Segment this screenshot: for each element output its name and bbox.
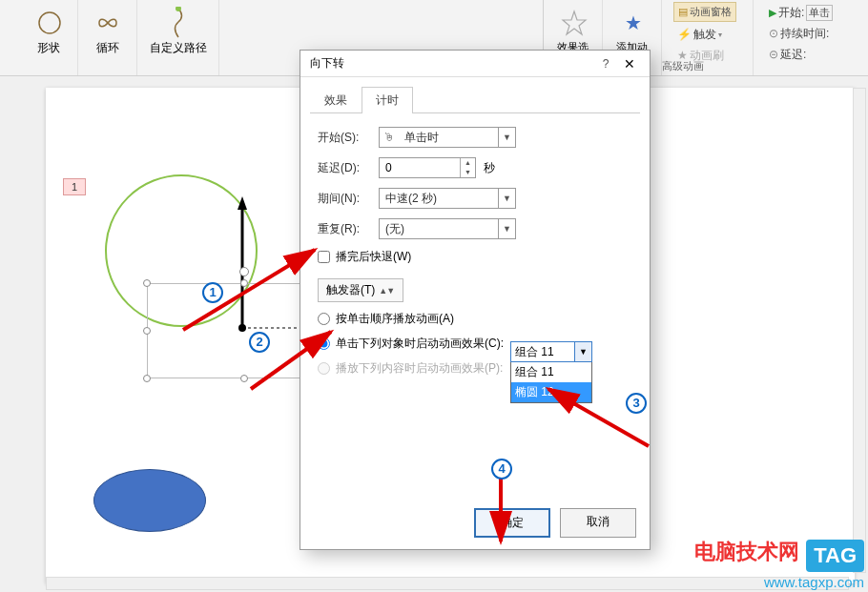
start-row: 开始(S): 🖰 单击时 ▼ bbox=[318, 127, 632, 148]
vertical-scrollbar[interactable] bbox=[853, 88, 866, 573]
spin-up[interactable]: ▲ bbox=[461, 158, 475, 168]
dialog-footer: 确定 取消 bbox=[474, 508, 636, 538]
start-select[interactable]: 🖰 单击时 ▼ bbox=[379, 127, 516, 148]
ribbon-group-loop[interactable]: 循环 bbox=[78, 0, 137, 75]
shape-label: 形状 bbox=[31, 40, 66, 56]
rewind-label: 播完后快退(W) bbox=[336, 249, 411, 265]
watermark-url: www.tagxp.com bbox=[694, 574, 864, 590]
svg-point-0 bbox=[39, 12, 60, 33]
clock-icon: ⊙ bbox=[769, 27, 778, 40]
combo-dropdown-list[interactable]: 组合 11 椭圆 12 bbox=[510, 362, 592, 403]
chevron-down-icon[interactable]: ▼ bbox=[498, 128, 515, 147]
resize-handle[interactable] bbox=[143, 279, 151, 287]
repeat-select[interactable]: (无) ▼ bbox=[379, 218, 516, 239]
chevron-down-icon[interactable]: ▼ bbox=[574, 342, 591, 361]
tab-effect[interactable]: 效果 bbox=[310, 87, 362, 113]
period-select[interactable]: 中速(2 秒) ▼ bbox=[379, 188, 516, 209]
dialog-tabs: 效果 计时 bbox=[310, 87, 640, 113]
watermark-tag: TAG bbox=[806, 540, 864, 572]
watermark: 电脑技术网 TAG www.tagxp.com bbox=[694, 538, 864, 590]
chevron-down-icon[interactable]: ▼ bbox=[498, 189, 515, 208]
dialog-titlebar[interactable]: 向下转 ? ✕ bbox=[300, 51, 650, 77]
resize-handle[interactable] bbox=[240, 375, 248, 382]
effect-options-icon bbox=[555, 6, 593, 40]
radio-play-content-input bbox=[318, 362, 330, 375]
combo-option[interactable]: 椭圆 12 bbox=[511, 382, 591, 402]
ok-button[interactable]: 确定 bbox=[474, 508, 550, 538]
ribbon-group-advanced: ▤ 动画窗格 ⚡ 触发 ▾ ★ 动画刷 高级动画 bbox=[662, 0, 754, 75]
adv-anim-group-label: 高级动画 bbox=[662, 59, 753, 73]
rewind-checkbox[interactable] bbox=[318, 251, 330, 263]
svg-marker-2 bbox=[563, 11, 586, 34]
repeat-label: 重复(R): bbox=[318, 221, 379, 237]
delay-row: 延迟(D): ▲ ▼ 秒 bbox=[318, 157, 632, 178]
trigger-button[interactable]: ⚡ 触发 ▾ bbox=[673, 24, 741, 45]
watermark-title: 电脑技术网 bbox=[694, 538, 799, 566]
radio-sequence[interactable]: 按单击顺序播放动画(A) bbox=[318, 311, 632, 327]
ribbon-group-custom-path[interactable]: 自定义路径 bbox=[137, 0, 219, 75]
chevron-down-icon[interactable]: ▼ bbox=[498, 219, 515, 238]
resize-handle[interactable] bbox=[240, 279, 248, 287]
tab-timing[interactable]: 计时 bbox=[362, 87, 413, 113]
annotation-2: 2 bbox=[249, 332, 270, 353]
close-button[interactable]: ✕ bbox=[615, 56, 644, 71]
spin-down[interactable]: ▼ bbox=[461, 168, 475, 177]
delay-spinner[interactable]: ▲ ▼ bbox=[379, 157, 476, 178]
delay-label: 延迟(D): bbox=[318, 160, 379, 176]
timing-dialog: 向下转 ? ✕ 效果 计时 开始(S): 🖰 单击时 ▼ 延迟(D): ▲ ▼ bbox=[300, 50, 651, 550]
anim-pane-button[interactable]: ▤ 动画窗格 bbox=[673, 2, 736, 22]
play-icon: ▶ bbox=[769, 7, 776, 19]
combo-option[interactable]: 组合 11 bbox=[511, 362, 591, 382]
delay-icon: ⊝ bbox=[769, 48, 778, 61]
animation-order-tag[interactable]: 1 bbox=[63, 178, 86, 195]
ribbon-group-shape[interactable]: 形状 bbox=[19, 0, 78, 75]
timing-duration-row[interactable]: ⊙ 持续时间: bbox=[765, 23, 828, 44]
timing-start-row[interactable]: ▶ 开始: 单击 bbox=[765, 2, 828, 23]
resize-handle[interactable] bbox=[143, 375, 151, 382]
cancel-button[interactable]: 取消 bbox=[560, 508, 636, 538]
dialog-body: 开始(S): 🖰 单击时 ▼ 延迟(D): ▲ ▼ 秒 期间(N): 中速(2 … bbox=[300, 113, 650, 398]
add-anim-icon: ★ bbox=[614, 6, 652, 40]
loop-icon bbox=[90, 6, 128, 40]
period-label: 期间(N): bbox=[318, 191, 379, 207]
resize-handle[interactable] bbox=[143, 327, 151, 335]
radio-sequence-input[interactable] bbox=[318, 313, 330, 325]
loop-label: 循环 bbox=[90, 40, 125, 56]
period-row: 期间(N): 中速(2 秒) ▼ bbox=[318, 188, 632, 209]
delay-input[interactable] bbox=[380, 158, 460, 177]
rewind-row[interactable]: 播完后快退(W) bbox=[318, 249, 632, 265]
ribbon-group-timing: ▶ 开始: 单击 ⊙ 持续时间: ⊝ 延迟: bbox=[754, 0, 839, 75]
help-button[interactable]: ? bbox=[596, 57, 615, 71]
repeat-row: 重复(R): (无) ▼ bbox=[318, 218, 632, 239]
trigger-expand-button[interactable]: 触发器(T) ▲ ▼ bbox=[318, 278, 403, 302]
start-label: 开始(S): bbox=[318, 130, 379, 146]
rotate-handle[interactable] bbox=[239, 267, 249, 276]
custom-path-label: 自定义路径 bbox=[149, 40, 207, 56]
annotation-1: 1 bbox=[202, 282, 223, 303]
timing-delay-row[interactable]: ⊝ 延迟: bbox=[765, 44, 828, 65]
trigger-object-combo[interactable]: 组合 11 ▼ 组合 11 椭圆 12 bbox=[510, 341, 592, 403]
mouse-icon: 🖰 bbox=[380, 131, 399, 144]
svg-marker-4 bbox=[238, 196, 247, 210]
radio-click-object-input[interactable] bbox=[318, 337, 330, 350]
lightning-icon: ⚡ bbox=[677, 28, 692, 41]
annotation-4: 4 bbox=[491, 459, 512, 480]
annotation-3: 3 bbox=[626, 393, 647, 414]
shape-icon bbox=[31, 6, 69, 40]
dialog-title-text: 向下转 bbox=[310, 55, 344, 71]
blue-ellipse-shape[interactable] bbox=[93, 469, 206, 532]
custom-path-icon bbox=[159, 6, 197, 40]
delay-unit: 秒 bbox=[484, 160, 495, 176]
anim-pane-icon: ▤ bbox=[678, 6, 688, 18]
